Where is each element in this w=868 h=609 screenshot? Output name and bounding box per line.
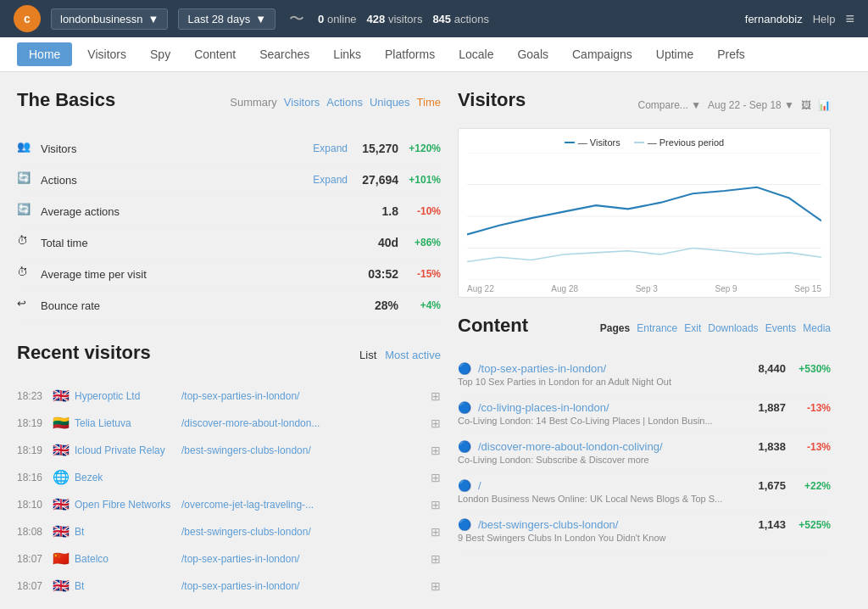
content-item: 🔵 / 1,675 +22% London Business News Onli… [458, 472, 831, 511]
metric-change: +101% [398, 174, 441, 186]
visitor-url[interactable]: /top-sex-parties-in-london/ [181, 553, 426, 565]
x-label: Aug 22 [467, 284, 494, 293]
visitor-url[interactable]: /top-sex-parties-in-london/ [181, 390, 426, 402]
visitor-name[interactable]: Icloud Private Relay [75, 444, 176, 456]
date-range-display[interactable]: Aug 22 - Sep 18 ▼ [708, 99, 794, 111]
dropdown-arrow-icon: ▼ [255, 13, 266, 25]
content-tab-pages[interactable]: Pages [600, 322, 630, 334]
visitor-row: 18:19 🇱🇹 Telia Lietuva /discover-more-ab… [17, 410, 441, 437]
chart-type-icon[interactable]: 📊 [818, 99, 831, 111]
content-count: 1,143 [748, 518, 786, 531]
content-header: Content Pages Entrance Exit Downloads Ev… [458, 315, 831, 347]
nav-item-links[interactable]: Links [321, 39, 373, 70]
visitor-row: 18:19 🇬🇧 Icloud Private Relay /best-swin… [17, 437, 441, 464]
visitor-name[interactable]: Open Fibre Networks [75, 499, 176, 511]
copy-icon[interactable]: ⊞ [431, 579, 441, 593]
chart-controls: Compare... ▼ Aug 22 - Sep 18 ▼ 🖼 📊 [637, 99, 831, 111]
page-icon: 🔵 [458, 518, 471, 531]
visitor-url[interactable]: /discover-more-about-london... [181, 417, 426, 429]
content-url[interactable]: /discover-more-about-london-coliving/ [478, 440, 741, 453]
visitor-url[interactable]: /overcome-jet-lag-traveling-... [181, 499, 426, 511]
legend-previous: — Previous period [634, 137, 725, 148]
flag-icon: 🌐 [53, 469, 70, 485]
content-count: 1,887 [748, 401, 786, 414]
nav-item-goals[interactable]: Goals [505, 39, 560, 70]
metric-value: 28% [348, 299, 398, 312]
nav-item-uptime[interactable]: Uptime [644, 39, 705, 70]
chart-toggle-icon[interactable]: 〜 [286, 8, 308, 29]
content-url[interactable]: /top-sex-parties-in-london/ [478, 362, 741, 375]
metric-change: -10% [398, 205, 441, 217]
legend-label-previous: — Previous period [648, 137, 725, 148]
content-url[interactable]: /co-living-places-in-london/ [478, 401, 741, 414]
page-icon: 🔵 [458, 401, 471, 414]
recent-tab-most-active[interactable]: Most active [385, 349, 441, 361]
visitor-url[interactable]: /best-swingers-clubs-london/ [181, 444, 426, 456]
visitor-name[interactable]: Batelco [75, 553, 176, 565]
menu-icon[interactable]: ≡ [845, 10, 854, 28]
copy-icon[interactable]: ⊞ [431, 498, 441, 511]
content-url[interactable]: /best-swingers-clubs-london/ [478, 518, 741, 531]
nav-item-locale[interactable]: Locale [447, 39, 505, 70]
nav-item-platforms[interactable]: Platforms [373, 39, 447, 70]
metric-name: Actions [41, 174, 308, 187]
visitor-url[interactable]: /best-swingers-clubs-london/ [181, 526, 426, 538]
nav-item-campaigns[interactable]: Campaigns [560, 39, 644, 70]
copy-icon[interactable]: ⊞ [431, 389, 441, 403]
visitor-name[interactable]: Bt [75, 580, 176, 592]
copy-icon[interactable]: ⊞ [431, 525, 441, 539]
copy-icon[interactable]: ⊞ [431, 444, 441, 457]
avg-time-icon: ⏱ [17, 265, 34, 282]
flag-icon: 🇱🇹 [53, 415, 70, 431]
metric-name: Total time [41, 237, 348, 249]
expand-button[interactable]: Expand [313, 142, 348, 154]
content-url[interactable]: / [478, 479, 741, 492]
copy-icon[interactable]: ⊞ [431, 552, 441, 566]
nav-item-prefs[interactable]: Prefs [705, 39, 757, 70]
visitor-name[interactable]: Bt [75, 526, 176, 538]
visitors-chart: — Visitors — Previous period [458, 128, 831, 298]
visitor-name[interactable]: Hyperoptic Ltd [75, 390, 176, 402]
basics-tab-uniques[interactable]: Uniques [370, 96, 410, 109]
copy-icon[interactable]: ⊞ [431, 471, 441, 484]
visitor-name[interactable]: Telia Lietuva [75, 417, 176, 429]
expand-button[interactable]: Expand [313, 174, 348, 186]
visitors-icon: 👥 [17, 140, 34, 157]
content-tab-events[interactable]: Events [765, 322, 797, 334]
left-column: The Basics Summary Visitors Actions Uniq… [17, 89, 441, 600]
main-content: The Basics Summary Visitors Actions Uniq… [0, 72, 848, 609]
help-link[interactable]: Help [813, 13, 836, 25]
metric-value: 27,694 [348, 173, 398, 187]
compare-dropdown[interactable]: Compare... ▼ [637, 99, 701, 111]
nav-item-home[interactable]: Home [17, 42, 72, 66]
visitor-row: 18:10 🇬🇧 Open Fibre Networks /overcome-j… [17, 491, 441, 518]
visitor-name[interactable]: Bezek [75, 472, 176, 483]
basics-section: The Basics Summary Visitors Actions Uniq… [17, 89, 441, 121]
logo: c [14, 5, 41, 32]
online-count: 0 online [318, 13, 357, 25]
content-tab-exit[interactable]: Exit [684, 322, 701, 334]
content-tab-entrance[interactable]: Entrance [637, 322, 677, 334]
header: c londonbusinessn ▼ Last 28 days ▼ 〜 0 o… [0, 0, 868, 37]
site-selector[interactable]: londonbusinessn ▼ [51, 8, 168, 30]
date-range-selector[interactable]: Last 28 days ▼ [178, 8, 275, 30]
visitor-row: 18:07 🇬🇧 Bt /top-sex-parties-in-london/ … [17, 573, 441, 600]
basics-tab-visitors[interactable]: Visitors [284, 96, 320, 109]
nav-item-searches[interactable]: Searches [248, 39, 321, 70]
content-change: +530% [793, 363, 831, 375]
export-icon[interactable]: 🖼 [801, 99, 811, 111]
metric-value: 15,270 [348, 142, 398, 155]
copy-icon[interactable]: ⊞ [431, 416, 441, 430]
metric-value: 40d [348, 236, 398, 249]
basics-tabs: Summary Visitors Actions Uniques Time [230, 96, 441, 109]
content-tab-media[interactable]: Media [803, 322, 831, 334]
nav-item-spy[interactable]: Spy [138, 39, 182, 70]
visitor-url[interactable]: /top-sex-parties-in-london/ [181, 580, 426, 592]
metric-change: +120% [398, 142, 441, 154]
basics-tab-time[interactable]: Time [417, 96, 441, 109]
nav-item-content[interactable]: Content [182, 39, 248, 70]
chart-legend: — Visitors — Previous period [467, 137, 821, 148]
nav-item-visitors[interactable]: Visitors [75, 39, 138, 70]
basics-tab-actions[interactable]: Actions [326, 96, 363, 109]
content-tab-downloads[interactable]: Downloads [708, 322, 758, 334]
